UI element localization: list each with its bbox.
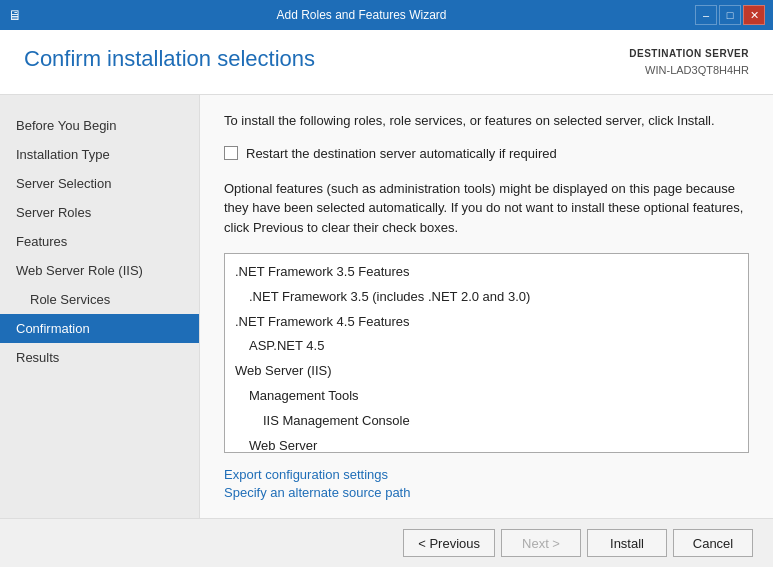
feature-item: Management Tools <box>225 384 748 409</box>
sidebar-item-before-you-begin[interactable]: Before You Begin <box>0 111 199 140</box>
minimize-button[interactable]: – <box>695 5 717 25</box>
link-row: Export configuration settings Specify an… <box>224 467 749 500</box>
sidebar-item-results[interactable]: Results <box>0 343 199 372</box>
feature-item: .NET Framework 3.5 (includes .NET 2.0 an… <box>225 285 748 310</box>
server-info: DESTINATION SERVER WIN-LAD3QT8H4HR <box>629 46 749 80</box>
server-label: DESTINATION SERVER <box>629 46 749 62</box>
optional-text: Optional features (such as administratio… <box>224 179 749 238</box>
app-icon: 🖥 <box>8 7 28 23</box>
wizard-header: Confirm installation selections DESTINAT… <box>0 30 773 95</box>
title-bar: 🖥 Add Roles and Features Wizard – □ ✕ <box>0 0 773 30</box>
title-bar-text: Add Roles and Features Wizard <box>28 8 695 22</box>
feature-item: .NET Framework 4.5 Features <box>225 310 748 335</box>
feature-item: ASP.NET 4.5 <box>225 334 748 359</box>
close-button[interactable]: ✕ <box>743 5 765 25</box>
sidebar-item-server-selection[interactable]: Server Selection <box>0 169 199 198</box>
sidebar-item-server-roles[interactable]: Server Roles <box>0 198 199 227</box>
wizard-footer: < Previous Next > Install Cancel <box>0 518 773 567</box>
restart-checkbox[interactable] <box>224 146 238 160</box>
sidebar-item-role-services[interactable]: Role Services <box>0 285 199 314</box>
feature-item: IIS Management Console <box>225 409 748 434</box>
previous-button[interactable]: < Previous <box>403 529 495 557</box>
sidebar-item-web-server-role[interactable]: Web Server Role (IIS) <box>0 256 199 285</box>
sidebar-item-features[interactable]: Features <box>0 227 199 256</box>
feature-list-container: .NET Framework 3.5 Features.NET Framewor… <box>224 253 749 453</box>
feature-item: Web Server (IIS) <box>225 359 748 384</box>
restart-checkbox-label: Restart the destination server automatic… <box>246 146 557 161</box>
intro-text: To install the following roles, role ser… <box>224 113 749 128</box>
feature-item: Web Server <box>225 434 748 453</box>
feature-list: .NET Framework 3.5 Features.NET Framewor… <box>225 254 748 453</box>
next-button[interactable]: Next > <box>501 529 581 557</box>
sidebar-item-installation-type[interactable]: Installation Type <box>0 140 199 169</box>
restart-checkbox-row[interactable]: Restart the destination server automatic… <box>224 146 749 161</box>
alternate-source-link[interactable]: Specify an alternate source path <box>224 485 749 500</box>
page-title: Confirm installation selections <box>24 46 315 72</box>
sidebar: Before You BeginInstallation TypeServer … <box>0 95 200 518</box>
install-button[interactable]: Install <box>587 529 667 557</box>
sidebar-item-confirmation[interactable]: Confirmation <box>0 314 199 343</box>
server-name: WIN-LAD3QT8H4HR <box>629 62 749 80</box>
maximize-button[interactable]: □ <box>719 5 741 25</box>
wizard-body: Confirm installation selections DESTINAT… <box>0 30 773 567</box>
title-bar-controls: – □ ✕ <box>695 5 765 25</box>
feature-item: .NET Framework 3.5 Features <box>225 260 748 285</box>
main-panel: To install the following roles, role ser… <box>200 95 773 518</box>
wizard-content: Before You BeginInstallation TypeServer … <box>0 95 773 518</box>
cancel-button[interactable]: Cancel <box>673 529 753 557</box>
export-link[interactable]: Export configuration settings <box>224 467 749 482</box>
